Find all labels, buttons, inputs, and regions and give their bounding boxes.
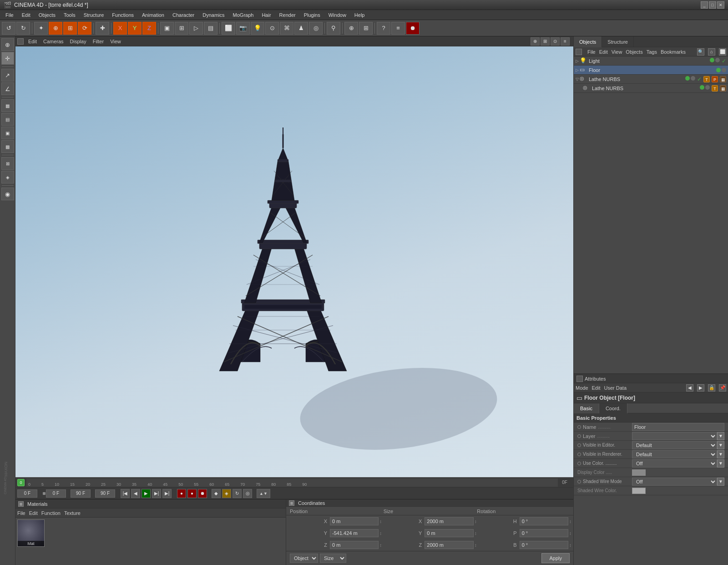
tab-structure[interactable]: Structure [602, 36, 634, 47]
menu-dynamics[interactable]: Dynamics [199, 11, 228, 19]
rot-b-spinner[interactable]: ↕ [569, 543, 571, 548]
motion-btn[interactable]: ◈ [222, 489, 231, 498]
3d-viewport[interactable] [15, 46, 573, 477]
obj-search-btn[interactable]: 🔍 [697, 48, 704, 56]
render-region-btn[interactable]: ▤ [204, 22, 217, 35]
pos-z-spinner[interactable]: ↕ [379, 543, 382, 548]
add-obj-btn[interactable]: ✚ [96, 22, 109, 35]
attr-select-use-color[interactable]: Off [632, 459, 717, 468]
grid-btn[interactable]: ⊞ [359, 22, 373, 35]
left-tool-angle[interactable]: ∠ [1, 82, 14, 95]
prev-frame-btn[interactable]: ◀ [131, 489, 140, 498]
obj-menu-tags[interactable]: Tags [647, 49, 657, 55]
left-tool-checker2[interactable]: ◈ [1, 171, 14, 183]
attr-select-vis-editor[interactable]: Default [632, 441, 717, 449]
obj-row-floor[interactable]: ▷ ▭ Floor [574, 66, 728, 75]
obj-row-lathe1[interactable]: ▽ ◎ Lathe NURBS ✓ T P ▦ [574, 75, 728, 84]
mat-menu-texture[interactable]: Texture [64, 510, 81, 516]
floor-dot-editor[interactable] [716, 68, 721, 72]
attr-color-shaded-wire[interactable] [632, 488, 646, 494]
vp-menu-display[interactable]: Display [68, 39, 88, 44]
timeline-ruler[interactable]: 0 0 5 10 15 20 25 30 35 40 45 50 55 60 6… [15, 477, 573, 487]
attr-select-layer[interactable] [632, 432, 717, 440]
left-tool-grid1[interactable]: ▦ [1, 99, 14, 112]
lathe2-dot-render[interactable] [705, 85, 710, 90]
obj-home-btn[interactable]: ⌂ [708, 48, 715, 56]
maximize-btn[interactable]: □ [709, 1, 716, 9]
record-key-btn[interactable]: ● [177, 489, 186, 498]
vp-menu-cameras[interactable]: Cameras [41, 39, 66, 44]
attrs-menu-mode[interactable]: Mode [576, 385, 588, 391]
menu-edit[interactable]: Edit [18, 11, 34, 19]
onion-btn[interactable]: ◎ [243, 489, 252, 498]
current-frame-input[interactable] [17, 489, 37, 498]
obj-menu-objects[interactable]: Objects [626, 49, 642, 55]
vp-menu-view[interactable]: View [108, 39, 123, 44]
close-btn[interactable]: ✕ [717, 1, 724, 9]
attr-select-shaded-wire[interactable]: Off [632, 478, 717, 486]
redo-btn[interactable]: ↻ [16, 22, 30, 35]
menu-hair[interactable]: Hair [258, 11, 274, 19]
pos-x-spinner[interactable]: ↕ [379, 519, 382, 524]
left-tool-checker[interactable]: ⊠ [1, 157, 14, 170]
rot-b-input[interactable] [520, 541, 568, 549]
attr-layer-btn[interactable]: ▼ [717, 432, 724, 440]
coord-size-dropdown[interactable]: Size Scale [320, 554, 346, 563]
mat-menu-file[interactable]: File [17, 510, 25, 516]
pos-y-spinner[interactable]: ↕ [379, 531, 382, 536]
coord-object-dropdown[interactable]: Object World [290, 554, 318, 563]
deform-btn[interactable]: ⌘ [280, 22, 293, 35]
left-tool-select[interactable]: ⊕ [1, 38, 14, 51]
magnet-btn[interactable]: ⚲ [327, 22, 340, 35]
menu-file[interactable]: File [2, 11, 17, 19]
left-tool-grid2[interactable]: ▤ [1, 113, 14, 126]
attr-tab-coord[interactable]: Coord. [599, 403, 627, 413]
pos-y-input[interactable] [330, 529, 379, 537]
go-end-btn[interactable]: ▶| [162, 489, 172, 498]
help-btn[interactable]: ? [377, 22, 390, 35]
loop-btn[interactable]: ↻ [233, 489, 242, 498]
menu-structure[interactable]: Structure [80, 11, 108, 19]
attr-use-color-btn[interactable]: ▼ [717, 459, 724, 468]
obj-menu-edit[interactable]: Edit [599, 49, 608, 55]
light-dot-render[interactable] [715, 58, 720, 62]
record-auto-btn[interactable]: ● [187, 489, 197, 498]
pos-x-input[interactable] [330, 517, 379, 525]
menu-character[interactable]: Character [169, 11, 198, 19]
attr-vis-renderer-btn[interactable]: ▼ [717, 450, 724, 458]
size-y-input[interactable] [425, 529, 473, 537]
character-btn[interactable]: ♟ [294, 22, 308, 35]
rot-p-input[interactable] [520, 529, 568, 537]
preview-end-input[interactable] [95, 489, 115, 498]
left-tool-arrow[interactable]: ↗ [1, 69, 14, 81]
menu-objects[interactable]: Objects [35, 11, 59, 19]
nurbs-btn[interactable]: ⊙ [265, 22, 279, 35]
size-x-spinner[interactable]: ↕ [475, 519, 477, 524]
attr-vis-editor-btn[interactable]: ▼ [717, 441, 724, 449]
start-frame-input[interactable] [46, 489, 66, 498]
camera-btn[interactable]: 📷 [236, 22, 250, 35]
axis-x-btn[interactable]: X [113, 22, 127, 35]
attrs-menu-edit[interactable]: Edit [592, 385, 601, 391]
timeline-track[interactable]: 0 5 10 15 20 25 30 35 40 45 50 55 60 65 … [26, 478, 558, 487]
vp-menu-edit[interactable]: Edit [26, 39, 39, 44]
floor-dot-render[interactable] [722, 68, 726, 72]
pos-z-input[interactable] [330, 541, 379, 549]
play-btn[interactable]: ▶ [142, 489, 151, 498]
attrs-forward-btn[interactable]: ▶ [697, 384, 704, 392]
obj-menu-view[interactable]: View [612, 49, 622, 55]
lathe1-dot-editor[interactable] [685, 76, 690, 81]
attr-tab-basic[interactable]: Basic [574, 403, 599, 413]
viewport-4-btn[interactable]: ⊞ [175, 22, 188, 35]
menu-tools[interactable]: Tools [60, 11, 79, 19]
record-btn[interactable]: ⏺ [406, 22, 420, 35]
mat-menu-edit[interactable]: Edit [29, 510, 38, 516]
menu-plugins[interactable]: Plugins [300, 11, 324, 19]
menu-functions[interactable]: Functions [108, 11, 137, 19]
axis-z-btn[interactable]: Z [142, 22, 156, 35]
console-btn[interactable]: ≡ [391, 22, 405, 35]
tab-objects[interactable]: Objects [574, 36, 602, 47]
rotate-btn[interactable]: ⟳ [78, 22, 91, 35]
menu-help[interactable]: Help [351, 11, 369, 19]
obj-mode-btn[interactable]: ▣ [160, 22, 174, 35]
